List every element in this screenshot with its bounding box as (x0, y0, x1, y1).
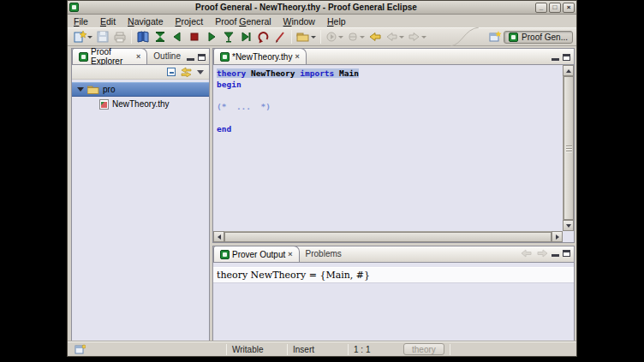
expander-icon[interactable] (77, 87, 84, 92)
code-line: (* ... *) (217, 101, 562, 112)
fast-view-icon[interactable] (75, 344, 86, 355)
toolbar-separator (320, 30, 321, 44)
minimize-view-icon[interactable] (552, 254, 559, 257)
horizontal-scrollbar[interactable] (213, 231, 563, 242)
run-to-end-button[interactable] (237, 29, 254, 45)
app-icon (69, 3, 79, 12)
toolbar-separator (291, 30, 292, 44)
tab-newtheory-editor[interactable]: *NewTheory.thy × (213, 48, 307, 64)
code-area[interactable]: theory NewTheory imports Main begin (* .… (217, 68, 562, 134)
minimize-view-icon[interactable] (187, 58, 194, 61)
editor-content: theory NewTheory imports Main begin (* .… (213, 65, 574, 242)
close-icon[interactable]: × (295, 53, 299, 61)
scroll-right-icon[interactable] (552, 231, 563, 242)
perspective-proof-general-button[interactable]: Proof Gen... (504, 31, 573, 44)
window-title: Proof General - NewTheory.thy - Proof Ge… (79, 3, 534, 12)
debug-disabled-button[interactable] (345, 29, 367, 45)
vertical-scrollbar[interactable] (563, 65, 574, 231)
dropdown-arrow-icon (311, 36, 316, 39)
run-disabled-icon (325, 30, 337, 44)
scroll-left-icon[interactable] (213, 231, 224, 242)
status-caret-position: 1 : 1 (354, 345, 403, 354)
scrollbar-thumb[interactable] (224, 232, 552, 242)
last-edit-location-button[interactable] (367, 29, 384, 45)
book-icon (136, 30, 150, 44)
toolbar-curve-divider (450, 27, 480, 46)
tab-proof-explorer[interactable]: Proof Explorer × (72, 48, 147, 64)
view-controls (552, 54, 574, 64)
maximize-button[interactable]: □ (549, 3, 561, 13)
collapse-all-icon[interactable] (167, 68, 176, 76)
open-perspective-button[interactable] (486, 29, 504, 45)
print-icon (113, 30, 127, 44)
close-icon[interactable]: × (136, 53, 140, 61)
restart-prover-button[interactable] (152, 29, 169, 45)
explorer-tab-bar: Proof Explorer × Outline (72, 49, 209, 65)
close-button[interactable]: × (563, 3, 575, 13)
open-folder-button[interactable] (295, 29, 318, 45)
main-toolbar: Proof Gen... (68, 27, 576, 46)
menu-help[interactable]: Help (321, 16, 352, 27)
minimize-button[interactable]: _ (535, 3, 547, 13)
status-separator (226, 344, 227, 355)
link-with-editor-icon[interactable] (181, 67, 192, 77)
folder-icon (87, 85, 99, 94)
save-icon (96, 30, 110, 44)
code-line (217, 112, 562, 123)
editor-tab-bar: *NewTheory.thy × (213, 49, 574, 65)
restart-button[interactable] (254, 29, 271, 45)
step-back-icon (170, 30, 184, 44)
tab-problems[interactable]: Problems (300, 246, 348, 262)
menu-navigate[interactable]: Navigate (122, 16, 169, 27)
maximize-view-icon[interactable] (563, 54, 570, 61)
print-button[interactable] (111, 29, 128, 45)
maximize-view-icon[interactable] (198, 54, 206, 61)
view-menu-icon[interactable] (197, 70, 204, 74)
title-bar: Proof General - NewTheory.thy - Proof Ge… (68, 1, 576, 15)
menu-file[interactable]: File (68, 16, 94, 27)
code-line (217, 90, 562, 101)
history-forward-icon[interactable] (536, 248, 548, 258)
dropdown-arrow-icon (338, 36, 343, 39)
status-writable: Writable (232, 345, 282, 354)
menu-project[interactable]: Project (170, 16, 210, 27)
goto-button[interactable] (220, 29, 237, 45)
view-controls (187, 54, 209, 64)
open-perspective-icon (488, 30, 502, 44)
scroll-up-icon[interactable] (563, 65, 574, 76)
next-step-button[interactable] (203, 29, 220, 45)
status-bar: Writable Insert 1 : 1 theory (68, 341, 576, 356)
prover-output-view: Prover Output × Problems theory NewTheor… (212, 246, 575, 341)
maximize-view-icon[interactable] (563, 250, 570, 257)
menu-window[interactable]: Window (277, 16, 321, 27)
history-back-icon[interactable] (521, 248, 533, 258)
scrollbar-thumb[interactable] (564, 76, 574, 220)
menu-proof-general[interactable]: Proof General (209, 16, 277, 27)
tab-outline[interactable]: Outline (147, 48, 187, 64)
undo-step-button[interactable] (169, 29, 186, 45)
new-wizard-button[interactable] (71, 29, 94, 45)
close-icon[interactable]: × (288, 251, 292, 258)
forward-button[interactable] (406, 29, 428, 45)
tree-item-theory-file[interactable]: NewTheory.thy (72, 97, 209, 111)
menu-edit[interactable]: Edit (94, 16, 122, 27)
interrupt-button[interactable] (186, 29, 203, 45)
back-button[interactable] (384, 29, 406, 45)
prover-state-button[interactable]: theory (403, 343, 444, 355)
code-line: theory NewTheory imports Main (217, 68, 562, 79)
open-definition-button[interactable] (134, 29, 152, 45)
status-separator (348, 344, 349, 355)
proof-explorer-icon (79, 52, 88, 62)
goto-icon (222, 30, 236, 44)
activate-scripting-button[interactable] (271, 29, 289, 45)
editor-view: *NewTheory.thy × theory NewTheory import… (212, 48, 575, 243)
run-disabled-button[interactable] (324, 29, 345, 45)
tree-item-project[interactable]: pro (72, 82, 209, 97)
scroll-down-icon[interactable] (563, 220, 574, 231)
minimize-view-icon[interactable] (552, 58, 559, 61)
save-button[interactable] (94, 29, 111, 45)
stop-icon (188, 30, 201, 44)
tab-prover-output[interactable]: Prover Output × (213, 246, 300, 262)
step-forward-icon (205, 30, 218, 44)
proof-general-icon (509, 33, 518, 42)
